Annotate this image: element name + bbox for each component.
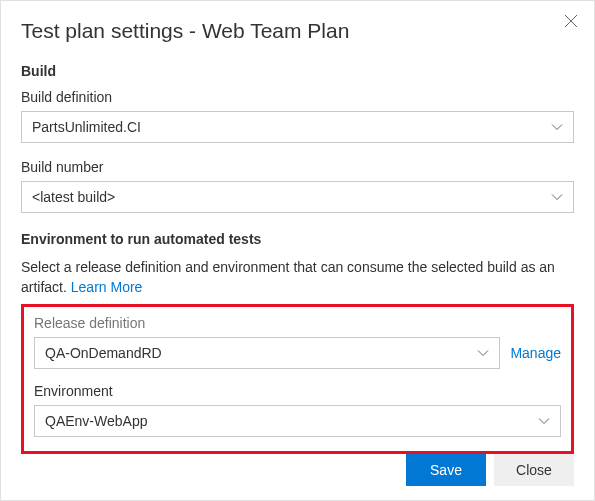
close-icon[interactable] xyxy=(564,13,578,31)
close-button[interactable]: Close xyxy=(494,454,574,486)
build-definition-label: Build definition xyxy=(21,89,574,105)
chevron-down-icon xyxy=(551,123,563,131)
release-definition-value: QA-OnDemandRD xyxy=(45,338,162,368)
chevron-down-icon xyxy=(538,417,550,425)
environment-description: Select a release definition and environm… xyxy=(21,257,574,298)
save-button[interactable]: Save xyxy=(406,454,486,486)
build-number-value: <latest build> xyxy=(32,182,115,212)
environment-section-header: Environment to run automated tests xyxy=(21,231,574,247)
build-number-select[interactable]: <latest build> xyxy=(21,181,574,213)
build-definition-select[interactable]: PartsUnlimited.CI xyxy=(21,111,574,143)
build-definition-value: PartsUnlimited.CI xyxy=(32,112,141,142)
build-section-header: Build xyxy=(21,63,574,79)
dialog-footer: Save Close xyxy=(406,454,574,486)
release-definition-label: Release definition xyxy=(34,315,561,331)
release-definition-select[interactable]: QA-OnDemandRD xyxy=(34,337,500,369)
environment-select[interactable]: QAEnv-WebApp xyxy=(34,405,561,437)
chevron-down-icon xyxy=(551,193,563,201)
dialog-title: Test plan settings - Web Team Plan xyxy=(21,19,574,43)
environment-label: Environment xyxy=(34,383,561,399)
environment-value: QAEnv-WebApp xyxy=(45,406,147,436)
learn-more-link[interactable]: Learn More xyxy=(71,279,143,295)
chevron-down-icon xyxy=(477,349,489,357)
build-number-label: Build number xyxy=(21,159,574,175)
release-definition-highlight: Release definition QA-OnDemandRD Manage … xyxy=(21,304,574,454)
test-plan-settings-dialog: Test plan settings - Web Team Plan Build… xyxy=(0,0,595,501)
manage-link[interactable]: Manage xyxy=(510,345,561,361)
